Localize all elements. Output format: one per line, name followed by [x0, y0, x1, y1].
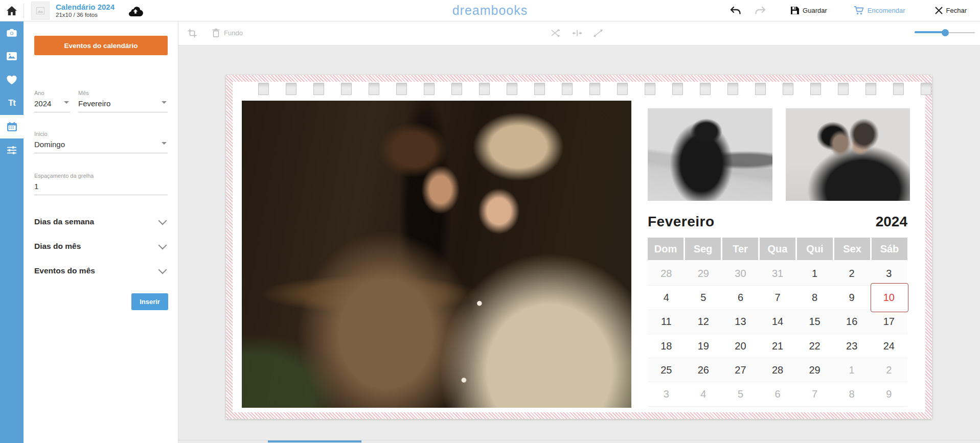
- rail-item-photos[interactable]: [0, 21, 24, 44]
- redo-button[interactable]: [755, 6, 766, 15]
- rail-item-favorites[interactable]: [0, 68, 24, 91]
- calendar-day-cell[interactable]: 4: [648, 286, 685, 309]
- calendar-day-cell[interactable]: 26: [685, 358, 722, 382]
- calendar-day-cell[interactable]: 9: [870, 382, 907, 406]
- chevron-down-icon: [162, 101, 167, 104]
- calendar-day-cell[interactable]: 3: [648, 382, 685, 406]
- week-start-value: Domingo: [34, 140, 65, 149]
- calendar-day-cell[interactable]: 28: [759, 358, 796, 382]
- week-start-select[interactable]: Inicio Domingo: [34, 131, 168, 153]
- editor-canvas: Fundo: [178, 21, 980, 443]
- year-label: Ano: [34, 90, 70, 96]
- calendar-day-cell[interactable]: 2: [870, 358, 907, 382]
- close-button[interactable]: Fechar: [935, 7, 967, 14]
- calendar-day-cell[interactable]: 2: [833, 262, 871, 285]
- small-photo-slot-2[interactable]: [786, 108, 910, 201]
- active-page-indicator: [268, 440, 361, 442]
- undo-button[interactable]: [730, 6, 741, 15]
- accordion-weekdays[interactable]: Dias da semana: [34, 213, 168, 230]
- calendar-day-cell[interactable]: 21: [759, 334, 796, 358]
- calendar-day-cell[interactable]: 8: [796, 286, 833, 309]
- month-label: Mês: [78, 90, 168, 96]
- month-value: Fevereiro: [78, 99, 110, 108]
- calendar-day-cell[interactable]: 7: [759, 286, 796, 309]
- project-subtitle: 21x10 / 36 fotos: [56, 12, 115, 18]
- calendar-events-button[interactable]: Eventos do calendário: [34, 36, 168, 55]
- calendar-day-cell[interactable]: 22: [796, 334, 833, 358]
- calendar-day-cell[interactable]: 15: [796, 310, 833, 334]
- calendar-day-cell[interactable]: 14: [759, 310, 796, 334]
- expand-button[interactable]: [594, 29, 603, 37]
- rail-item-text[interactable]: Tt: [0, 91, 24, 115]
- binding-hole: [286, 83, 297, 95]
- calendar-day-cell[interactable]: 5: [722, 382, 759, 406]
- calendar-day-cell[interactable]: 6: [722, 286, 759, 309]
- calendar-day-cell[interactable]: 25: [648, 358, 685, 382]
- calendar-day-cell[interactable]: 24: [870, 334, 907, 358]
- zoom-slider[interactable]: [915, 32, 975, 34]
- swap-photos-button[interactable]: [551, 29, 561, 37]
- calendar-day-cell[interactable]: 29: [796, 358, 833, 382]
- month-select[interactable]: Mês Fevereiro: [78, 90, 168, 112]
- calendar-week-row: 252627282912: [648, 358, 907, 382]
- calendar-day-cell[interactable]: 29: [685, 262, 722, 285]
- calendar-week-row: 18192021222324: [648, 334, 907, 358]
- calendar-day-cell[interactable]: 11: [648, 310, 685, 334]
- calendar-day-cell[interactable]: 13: [722, 310, 759, 334]
- binding-hole: [451, 83, 462, 95]
- top-header: Calendário 2024 21x10 / 36 fotos dreambo…: [0, 0, 980, 21]
- calendar-day-cell[interactable]: 8: [833, 382, 871, 406]
- crop-icon: [188, 29, 197, 38]
- rail-item-settings[interactable]: [0, 138, 24, 162]
- calendar-day-cell[interactable]: 16: [833, 310, 871, 334]
- calendar-day-cell[interactable]: 17: [870, 310, 907, 334]
- main-photo-slot[interactable]: [242, 101, 631, 408]
- calendar-day-cell[interactable]: 19: [685, 334, 722, 358]
- calendar-day-cell[interactable]: 28: [648, 262, 685, 285]
- calendar-weekday-row: DomSegTerQuaQuiSexSáb: [648, 238, 907, 260]
- calendar-day-cell[interactable]: 5: [685, 286, 722, 309]
- home-button[interactable]: [0, 0, 24, 21]
- swap-icon: [551, 29, 561, 37]
- binding-hole: [589, 83, 600, 95]
- calendar-day-cell[interactable]: 7: [796, 382, 833, 406]
- calendar-day-cell[interactable]: 23: [833, 334, 871, 358]
- calendar-day-cell[interactable]: 4: [685, 382, 722, 406]
- header-divider: [24, 4, 24, 18]
- delete-background-button[interactable]: Fundo: [212, 29, 243, 37]
- crop-button[interactable]: [188, 29, 197, 38]
- calendar-day-cell[interactable]: 6: [759, 382, 796, 406]
- calendar-day-cell[interactable]: 27: [722, 358, 759, 382]
- calendar-day-cell[interactable]: 3: [870, 262, 907, 285]
- calendar-day-cell[interactable]: 1: [833, 358, 871, 382]
- order-label: Encomendar: [868, 7, 905, 14]
- calendar-day-cell[interactable]: 30: [722, 262, 759, 285]
- order-button[interactable]: Encomendar: [854, 6, 905, 15]
- calendar-day-cell[interactable]: 18: [648, 334, 685, 358]
- rail-item-calendar[interactable]: [0, 115, 24, 138]
- distribute-horizontal-button[interactable]: [572, 30, 582, 37]
- binding-hole: [396, 83, 407, 95]
- zoom-slider-thumb[interactable]: [942, 29, 949, 36]
- binding-hole: [313, 83, 324, 95]
- accordion-month-events[interactable]: Eventos do mês: [34, 262, 168, 279]
- calendar-day-cell[interactable]: 31: [759, 262, 796, 285]
- save-button[interactable]: Guardar: [790, 6, 827, 15]
- grid-spacing-field[interactable]: Espaçamento da grelha 1: [34, 173, 168, 195]
- calendar-day-cell-selected[interactable]: 10: [870, 286, 907, 309]
- small-photo-slot-1[interactable]: [648, 108, 772, 201]
- tool-rail: Tt: [0, 21, 24, 443]
- calendar-day-cell[interactable]: 20: [722, 334, 759, 358]
- calendar-page-inner: Fevereiro 2024 DomSegTerQuaQuiSexSáb 282…: [233, 82, 925, 412]
- calendar-week-row: 28293031123: [648, 262, 907, 286]
- calendar-weekday-cell: Sex: [834, 238, 870, 260]
- rail-item-backgrounds[interactable]: [0, 44, 24, 68]
- insert-button[interactable]: Inserir: [131, 293, 168, 310]
- calendar-weekday-cell: Sáb: [872, 238, 907, 260]
- calendar-side: Fevereiro 2024 DomSegTerQuaQuiSexSáb 282…: [648, 82, 910, 409]
- calendar-day-cell[interactable]: 1: [796, 262, 833, 285]
- calendar-day-cell[interactable]: 9: [833, 286, 871, 309]
- accordion-month-days[interactable]: Dias do mês: [34, 238, 168, 255]
- calendar-day-cell[interactable]: 12: [685, 310, 722, 334]
- year-select[interactable]: Ano 2024: [34, 90, 70, 112]
